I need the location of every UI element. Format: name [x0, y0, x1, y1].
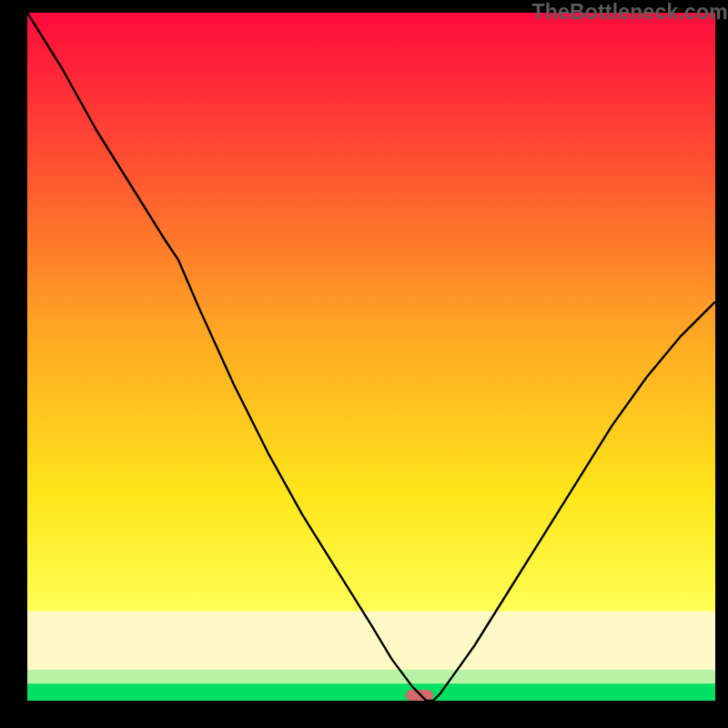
chart-frame: TheBottleneck.com [0, 0, 728, 728]
chart-svg [27, 13, 715, 701]
watermark-text: TheBottleneck.com [531, 0, 728, 25]
chart-plot-area [27, 13, 715, 701]
pale-yellow-band [27, 612, 715, 670]
gradient-background [27, 13, 715, 701]
green-band [27, 683, 715, 701]
pale-green-band [27, 670, 715, 683]
